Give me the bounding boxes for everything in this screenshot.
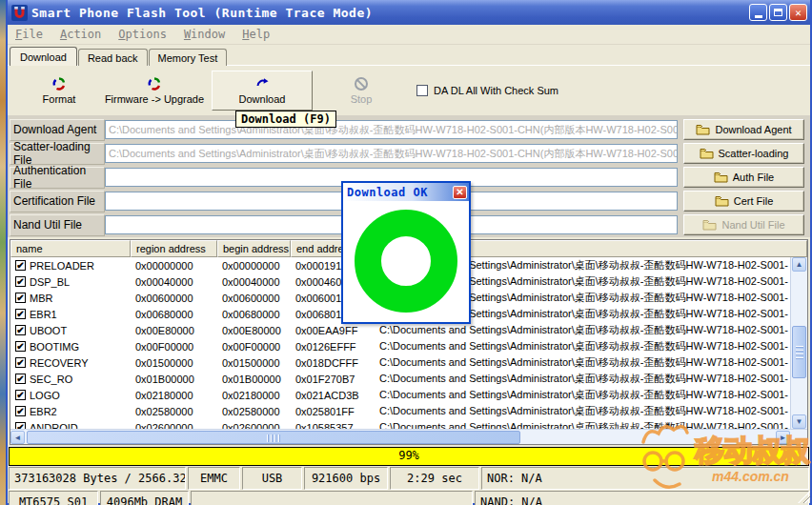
scatter-browse-button[interactable]: Scatter-loading xyxy=(683,143,804,164)
folder-icon xyxy=(700,148,714,159)
column-header-name[interactable]: name xyxy=(10,240,131,257)
row-checkbox[interactable]: ✔ xyxy=(15,390,26,400)
download-agent-browse-button[interactable]: Download Agent xyxy=(683,119,804,140)
file-location: C:\Documents and Settings\Administrator\… xyxy=(375,404,790,418)
dialog-title-bar[interactable]: Download OK ✕ xyxy=(343,183,469,201)
begin-address: 0x00600000 xyxy=(217,293,291,304)
title-bar[interactable]: Smart Phone Flash Tool (Runtime Trace Mo… xyxy=(8,0,810,25)
table-row[interactable]: ✔ RECOVERY 0x01500000 0x01500000 0x018DC… xyxy=(10,354,790,371)
table-row[interactable]: ✔ LOGO 0x02180000 0x02180000 0x021ACD3B … xyxy=(10,387,790,403)
da-dl-checkbox[interactable] xyxy=(416,85,428,96)
begin-address: 0x02580000 xyxy=(217,406,291,417)
region-address: 0x01B00000 xyxy=(131,374,217,385)
firmware-recycle-icon xyxy=(147,76,162,91)
table-row[interactable]: ✔ EBR2 0x02580000 0x02580000 0x025801FF … xyxy=(10,403,790,419)
download-agent-label: Download Agent xyxy=(10,119,105,141)
table-row[interactable]: ✔ ANDROID 0x02600000 0x02600000 0x105853… xyxy=(10,419,790,429)
auth-file-label: Authentication File xyxy=(10,167,105,189)
scatter-file-input[interactable]: C:\Documents and Settings\Administrator\… xyxy=(105,144,678,163)
begin-address: 0x00F00000 xyxy=(217,341,291,353)
download-button[interactable]: Download xyxy=(212,71,313,111)
menu-file[interactable]: File xyxy=(15,28,43,41)
scatter-browse-label: Scatter-loading xyxy=(719,148,789,159)
folder-icon xyxy=(714,172,728,183)
status-port: USB xyxy=(242,467,302,490)
end-address: 0x018DCFFF xyxy=(291,357,375,369)
scroll-right-icon[interactable]: ► xyxy=(776,431,790,444)
partition-name: SEC_RO xyxy=(30,374,72,385)
row-checkbox[interactable]: ✔ xyxy=(15,374,26,384)
file-location: C:\Documents and Settings\Administrator\… xyxy=(375,323,790,337)
tab-read-back[interactable]: Read back xyxy=(78,49,148,66)
folder-icon xyxy=(696,124,710,135)
tab-download[interactable]: Download xyxy=(10,47,77,66)
da-dl-checkbox-label: DA DL All With Check Sum xyxy=(434,85,558,96)
status-chip: MT6575_S01 xyxy=(9,491,98,505)
close-button[interactable]: ✕ xyxy=(789,4,807,21)
screen: { "window": { "title": "Smart Phone Flas… xyxy=(0,0,812,505)
vertical-scrollbar[interactable]: ▲ ▼ xyxy=(790,257,807,429)
firmware-upgrade-button[interactable]: Firmware -> Upgrade xyxy=(98,76,211,105)
region-address: 0x00E80000 xyxy=(131,325,217,336)
download-agent-input[interactable]: C:\Documents and Settings\Administrator\… xyxy=(105,120,678,139)
status-bar-1: 373163028 Bytes / 2566.32 KBps EMMC USB … xyxy=(9,467,809,490)
row-checkbox[interactable]: ✔ xyxy=(15,325,26,335)
row-checkbox[interactable]: ✔ xyxy=(15,293,26,303)
begin-address: 0x01B00000 xyxy=(217,374,291,385)
table-row[interactable]: ✔ BOOTIMG 0x00F00000 0x00F00000 0x0126EF… xyxy=(10,338,790,354)
partition-name: LOGO xyxy=(30,390,60,401)
table-row[interactable]: ✔ SEC_RO 0x01B00000 0x01B00000 0x01F270B… xyxy=(10,371,790,387)
window-title: Smart Phone Flash Tool (Runtime Trace Mo… xyxy=(31,6,749,20)
menu-help[interactable]: Help xyxy=(242,28,270,41)
tab-memory-test[interactable]: Memory Test xyxy=(149,49,228,66)
maximize-button[interactable] xyxy=(769,4,787,21)
row-checkbox[interactable]: ✔ xyxy=(15,357,26,368)
status-bar-2: MT6575_S01 4096Mb DRAM NAND: N/A xyxy=(9,491,809,505)
file-location: C:\Documents and Settings\Administrator\… xyxy=(375,355,790,370)
horizontal-scrollbar[interactable]: ◄ ► xyxy=(10,429,807,445)
menu-options[interactable]: Options xyxy=(118,28,167,41)
row-checkbox[interactable]: ✔ xyxy=(15,260,26,271)
horizontal-scroll-thumb[interactable] xyxy=(27,431,520,444)
nand-util-browse-button: Nand Util File xyxy=(683,214,804,235)
row-checkbox[interactable]: ✔ xyxy=(15,422,26,429)
begin-address: 0x00680000 xyxy=(217,309,291,320)
column-header-region[interactable]: region address xyxy=(131,240,217,257)
row-checkbox[interactable]: ✔ xyxy=(15,276,26,287)
file-location: C:\Documents and Settings\Administrator\… xyxy=(375,339,790,354)
tab-strip: Download Read back Memory Test xyxy=(8,45,810,66)
row-checkbox[interactable]: ✔ xyxy=(15,309,26,319)
partition-name: UBOOT xyxy=(30,325,67,336)
region-address: 0x00680000 xyxy=(131,309,217,320)
download-agent-row: Download Agent C:\Documents and Settings… xyxy=(10,118,810,141)
da-dl-checksum-option[interactable]: DA DL All With Check Sum xyxy=(416,85,558,96)
minimize-button[interactable] xyxy=(749,4,767,21)
begin-address: 0x02600000 xyxy=(217,422,291,430)
format-button[interactable]: Format xyxy=(26,76,92,105)
column-header-begin[interactable]: begin address xyxy=(217,240,291,257)
format-label: Format xyxy=(43,93,76,105)
maximize-icon xyxy=(774,9,782,16)
begin-address: 0x00000000 xyxy=(217,260,291,272)
minimize-icon xyxy=(755,15,762,18)
menu-action[interactable]: Action xyxy=(60,28,101,41)
auth-file-browse-button[interactable]: Auth File xyxy=(683,167,804,188)
row-checkbox[interactable]: ✔ xyxy=(15,341,26,352)
stop-label: Stop xyxy=(351,93,373,105)
row-checkbox[interactable]: ✔ xyxy=(15,406,26,416)
scroll-down-icon[interactable]: ▼ xyxy=(792,414,806,429)
close-icon: ✕ xyxy=(795,7,802,19)
scroll-up-icon[interactable]: ▲ xyxy=(792,257,806,272)
scroll-left-icon[interactable]: ◄ xyxy=(10,431,25,444)
nand-util-label: Nand Util File xyxy=(10,214,105,236)
cert-file-browse-label: Cert File xyxy=(734,195,774,207)
end-address: 0x025801FF xyxy=(291,406,375,417)
app-magnet-icon xyxy=(11,5,28,21)
vertical-scroll-thumb[interactable] xyxy=(792,326,806,378)
table-row[interactable]: ✔ UBOOT 0x00E80000 0x00E80000 0x00EAA9FF… xyxy=(10,322,790,338)
menu-window[interactable]: Window xyxy=(184,28,225,41)
partition-name: MBR xyxy=(30,293,52,304)
dialog-close-button[interactable]: ✕ xyxy=(453,186,467,199)
cert-file-browse-button[interactable]: Cert File xyxy=(683,191,804,212)
file-location: C:\Documents and Settings\Administrator\… xyxy=(375,388,790,402)
